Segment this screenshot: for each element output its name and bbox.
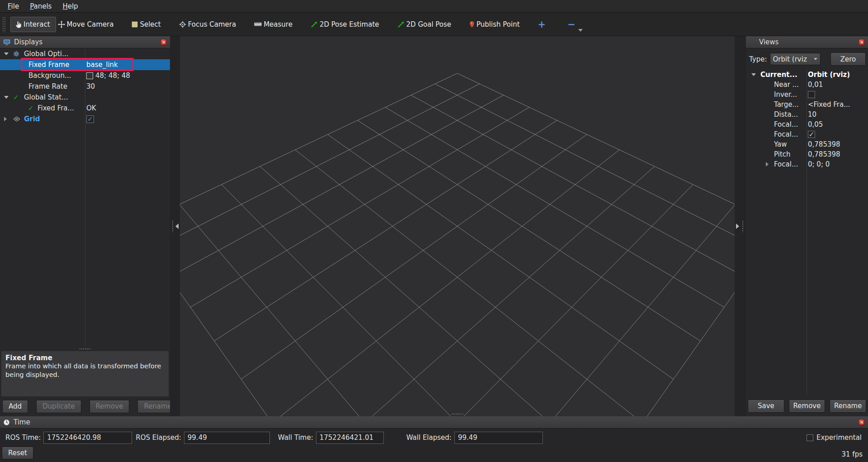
expander-down-icon[interactable]: [4, 52, 9, 55]
reset-button[interactable]: Reset: [2, 447, 33, 459]
check-mark: ✓: [809, 131, 815, 138]
tree-row-fixed-fra[interactable]: ✓Fixed Fra...OK: [0, 103, 170, 114]
time-field-value[interactable]: 1752246420.98: [43, 432, 132, 444]
publish-point-icon: [469, 21, 475, 28]
panel-splitter-handle[interactable]: [0, 347, 170, 351]
tree-row-global-opti[interactable]: Global Opti...: [0, 48, 170, 59]
view-property-current[interactable]: Current...Orbit (rviz): [746, 70, 868, 80]
checkbox-checked[interactable]: ✓: [86, 115, 94, 123]
time-field-value[interactable]: 1752246421.01: [316, 432, 384, 444]
expander-right-icon[interactable]: [4, 117, 7, 121]
add-tool-button[interactable]: +: [538, 19, 546, 30]
tree-label-cell: Yaw: [746, 139, 807, 149]
tool-focus-camera[interactable]: Focus Camera: [179, 20, 236, 29]
tree-value: 0,785398: [808, 150, 840, 158]
time-group-ros-time: ROS Time:1752246420.98: [5, 432, 132, 444]
drag-dots-icon: [79, 348, 91, 350]
tree-value-cell[interactable]: 30: [85, 82, 170, 90]
tree-row-global-stat[interactable]: ✓Global Stat...: [0, 92, 170, 103]
chevron-down-icon[interactable]: [578, 29, 583, 32]
collapse-left-icon[interactable]: [175, 224, 179, 229]
view-property-dista[interactable]: Dista...10: [746, 110, 868, 119]
rename-button[interactable]: Rename: [830, 400, 866, 413]
rviz-window: FilePanelsHelp InteractMove CameraSelect…: [0, 0, 868, 462]
add-button[interactable]: Add: [2, 400, 28, 413]
views-panel-titlebar[interactable]: Views: [746, 36, 868, 48]
tree-value-cell[interactable]: ✓: [807, 131, 868, 138]
description-title: Fixed Frame: [5, 354, 165, 362]
time-panel-titlebar[interactable]: Time: [0, 416, 868, 429]
view-property-focal[interactable]: Focal...✓: [746, 129, 868, 139]
view-type-dropdown[interactable]: Orbit (rviz: [770, 53, 821, 65]
tree-value-cell[interactable]: base_link: [85, 61, 170, 69]
focus-icon: [179, 21, 186, 28]
tree-value-cell[interactable]: 0,01: [807, 81, 868, 89]
tree-value-cell[interactable]: [807, 91, 868, 98]
type-label: Type:: [749, 55, 767, 63]
tree-value-cell[interactable]: 0,05: [807, 120, 868, 129]
tool-2d-pose-estimate[interactable]: 2D Pose Estimate: [311, 20, 379, 29]
expander-down-icon[interactable]: [751, 73, 756, 76]
tree-value-cell[interactable]: 0,785398: [807, 150, 868, 158]
expander-down-icon[interactable]: [4, 96, 9, 99]
tool-2d-goal-pose[interactable]: 2D Goal Pose: [397, 20, 452, 29]
checkbox-checked[interactable]: ✓: [808, 131, 815, 138]
toolbar-drag-handle[interactable]: [2, 17, 6, 32]
expander-right-icon[interactable]: [766, 162, 769, 167]
view-property-pitch[interactable]: Pitch0,785398: [746, 149, 868, 159]
close-icon[interactable]: [160, 39, 167, 45]
zero-button[interactable]: Zero: [830, 52, 866, 66]
tree-value-cell[interactable]: 0; 0; 0: [807, 160, 868, 168]
tool-publish-point[interactable]: Publish Point: [469, 20, 519, 29]
view-property-near[interactable]: Near ...0,01: [746, 80, 868, 90]
tree-value-cell[interactable]: <Fixed Fra...: [807, 100, 868, 109]
tree-label-cell: Frame Rate: [0, 81, 85, 92]
menu-panels[interactable]: Panels: [28, 1, 54, 11]
tree-row-grid[interactable]: Grid✓: [0, 114, 170, 124]
dock-splitter-left[interactable]: [170, 36, 180, 416]
experimental-checkbox[interactable]: [807, 434, 813, 441]
tree-value-cell[interactable]: OK: [85, 104, 170, 112]
tool-measure[interactable]: Measure: [254, 20, 292, 29]
tree-value-cell[interactable]: 48; 48; 48: [85, 71, 170, 80]
time-field-value[interactable]: 99.49: [184, 432, 270, 444]
tool-move-camera[interactable]: Move Camera: [58, 20, 114, 29]
remove-button[interactable]: Remove: [789, 400, 826, 413]
time-field-value[interactable]: 99.49: [454, 432, 543, 444]
close-icon[interactable]: [859, 39, 865, 45]
displays-panel-titlebar[interactable]: Displays: [0, 36, 170, 48]
view-property-focal[interactable]: Focal...0; 0; 0: [746, 159, 868, 169]
tree-value-cell[interactable]: Orbit (rviz): [807, 71, 868, 79]
tree-value-cell[interactable]: 0,785398: [807, 140, 868, 148]
tool-label: Publish Point: [476, 20, 519, 29]
tree-row-frame-rate[interactable]: Frame Rate30: [0, 81, 170, 92]
tree-value-cell[interactable]: 10: [807, 110, 868, 119]
view-property-inver[interactable]: Inver...: [746, 90, 868, 100]
remove-tool-button[interactable]: −: [567, 19, 576, 30]
tree-value-cell[interactable]: ✓: [85, 115, 170, 123]
tree-value: 48; 48; 48: [95, 71, 130, 80]
menu-file[interactable]: File: [5, 1, 21, 11]
checkbox-unchecked[interactable]: [808, 91, 815, 98]
dock-splitter-right[interactable]: [735, 36, 746, 416]
menu-help[interactable]: Help: [60, 1, 80, 11]
hand-icon: [15, 21, 22, 28]
gear-icon: [13, 51, 19, 57]
collapse-right-icon[interactable]: [736, 224, 739, 229]
tree-row-fixed-frame[interactable]: Fixed Framebase_link: [0, 59, 170, 70]
view-property-targe[interactable]: Targe...<Fixed Fra...: [746, 100, 868, 110]
tree-value: Orbit (rviz): [808, 71, 850, 79]
tree-row-backgroun[interactable]: Backgroun...48; 48; 48: [0, 70, 170, 81]
view-property-yaw[interactable]: Yaw0,785398: [746, 139, 868, 149]
3d-viewport[interactable]: [180, 36, 735, 416]
close-icon[interactable]: [859, 419, 865, 425]
tool-select[interactable]: Select: [132, 20, 160, 29]
remove-tool-label: −: [567, 19, 576, 30]
tree-value: 0,785398: [808, 140, 840, 148]
viewport-bottom-handle[interactable]: [452, 413, 463, 415]
tree-label: Global Opti...: [0, 50, 68, 58]
tool-interact[interactable]: Interact: [10, 17, 56, 32]
color-swatch[interactable]: [86, 72, 93, 79]
view-property-focal[interactable]: Focal...0,05: [746, 119, 868, 129]
save-button[interactable]: Save: [748, 400, 784, 413]
